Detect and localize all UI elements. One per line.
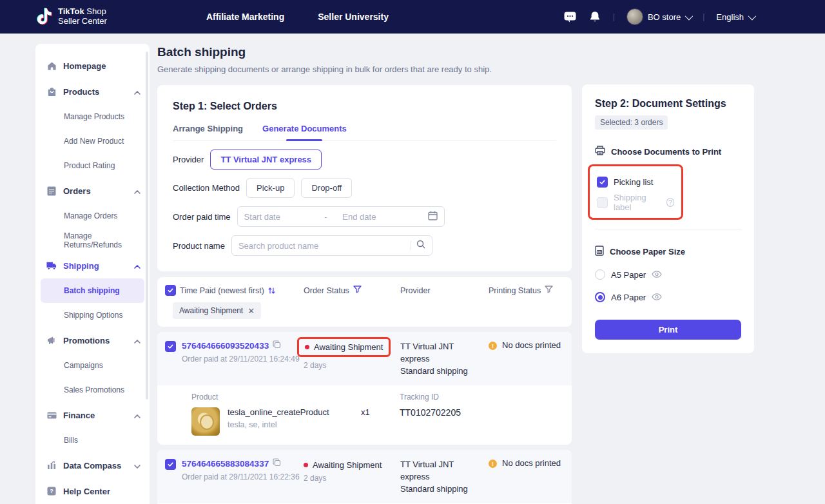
sidebar-item-shipping[interactable]: Shipping bbox=[35, 253, 150, 278]
printing-status-text: No docs printed bbox=[502, 340, 561, 350]
main-content: Batch shipping Generate shipping documen… bbox=[157, 45, 572, 504]
order-status-cell: Awaiting Shipment 2 days bbox=[304, 458, 400, 495]
preview-eye-icon[interactable] bbox=[652, 269, 662, 280]
chat-icon[interactable] bbox=[564, 10, 577, 23]
bell-icon[interactable] bbox=[588, 10, 601, 23]
step1-card: Step 1: Select Orders Arrange Shipping G… bbox=[157, 85, 572, 271]
a6-radio[interactable] bbox=[595, 292, 605, 302]
order-summary: 576464665883084337 Order paid at 29/11/2… bbox=[157, 450, 572, 503]
order-status-cell: Awaiting Shipment 2 days bbox=[304, 340, 400, 377]
filter-icon[interactable] bbox=[545, 286, 553, 295]
products-icon bbox=[46, 86, 57, 97]
step2-panel: Step 2: Document Settings Selected: 3 or… bbox=[582, 84, 754, 353]
step2-title: Step 2: Document Settings bbox=[595, 98, 741, 110]
search-icon[interactable] bbox=[416, 240, 425, 251]
copy-icon[interactable] bbox=[273, 458, 281, 469]
order-summary: 576464666093520433 Order paid at 29/11/2… bbox=[157, 332, 572, 385]
chevron-up-icon bbox=[134, 87, 141, 97]
product-image bbox=[191, 407, 220, 436]
copy-icon[interactable] bbox=[273, 340, 281, 351]
order-id-link[interactable]: 576464666093520433 bbox=[182, 340, 300, 351]
nav-seller-university[interactable]: Seller University bbox=[318, 12, 389, 22]
sidebar-item-bills[interactable]: Bills bbox=[35, 428, 150, 452]
end-date-placeholder: End date bbox=[342, 212, 376, 222]
sidebar-item-manage-orders[interactable]: Manage Orders bbox=[35, 204, 150, 228]
status-filter-chip[interactable]: Awaiting Shipment ✕ bbox=[173, 302, 261, 319]
sidebar-item-homepage[interactable]: Homepage bbox=[35, 53, 150, 79]
provider-row: Provider TT Virtual JNT express bbox=[173, 150, 556, 170]
sidebar-item-sales-promotions[interactable]: Sales Promotions bbox=[35, 378, 150, 402]
sidebar-item-manage-products[interactable]: Manage Products bbox=[35, 104, 150, 129]
tab-generate-documents[interactable]: Generate Documents bbox=[262, 124, 347, 141]
order-row: 576464666093520433 Order paid at 29/11/2… bbox=[157, 332, 572, 445]
chevron-down-icon bbox=[748, 12, 757, 20]
printing-status-text: No docs printed bbox=[502, 458, 561, 468]
nav-affiliate-marketing[interactable]: Affiliate Marketing bbox=[206, 12, 284, 22]
print-button[interactable]: Print bbox=[595, 320, 741, 340]
order-printing-cell: No docs printed bbox=[489, 458, 561, 495]
sidebar-scrollbar[interactable] bbox=[146, 52, 148, 400]
provider-option-button[interactable]: TT Virtual JNT express bbox=[210, 150, 322, 170]
picking-list-checkbox[interactable] bbox=[597, 177, 608, 188]
dropoff-button[interactable]: Drop-off bbox=[301, 178, 352, 198]
sidebar-item-manage-returns-refunds[interactable]: Manage Returns/Refunds bbox=[35, 228, 150, 253]
time-paid-column: Time Paid (newest first) bbox=[165, 285, 304, 296]
chevron-up-icon bbox=[134, 186, 141, 196]
help-icon: ? bbox=[46, 486, 57, 496]
picking-list-checkbox-row[interactable]: Picking list bbox=[597, 173, 674, 190]
a6-label: A6 Paper bbox=[611, 293, 646, 302]
step1-title: Step 1: Select Orders bbox=[173, 101, 556, 112]
tracking-id: TT0102702205 bbox=[400, 407, 556, 418]
order-row: 576464665883084337 Order paid at 29/11/2… bbox=[157, 450, 572, 504]
help-circle-icon[interactable]: ? bbox=[666, 198, 674, 207]
language-switcher[interactable]: English bbox=[716, 12, 754, 22]
tracking-column-label: Tracking ID bbox=[400, 393, 556, 402]
order-checkbox[interactable] bbox=[165, 341, 176, 352]
tab-arrange-shipping[interactable]: Arrange Shipping bbox=[173, 124, 243, 141]
svg-text:?: ? bbox=[50, 488, 53, 494]
printing-status-column: Printing Status bbox=[489, 286, 561, 295]
finance-icon bbox=[46, 410, 57, 420]
a5-paper-radio-row[interactable]: A5 Paper bbox=[595, 269, 741, 280]
sidebar-item-shipping-options[interactable]: Shipping Options bbox=[35, 303, 150, 327]
sidebar-item-product-rating[interactable]: Product Rating bbox=[35, 153, 150, 178]
sidebar-item-data-compass[interactable]: Data Compass bbox=[35, 452, 150, 478]
sidebar-item-campaigns[interactable]: Campaigns bbox=[35, 353, 150, 378]
sidebar-item-batch-shipping[interactable]: Batch shipping bbox=[41, 278, 144, 303]
order-paid-time-row: Order paid time Start date - End date bbox=[173, 206, 556, 227]
pickup-button[interactable]: Pick-up bbox=[246, 178, 295, 198]
order-provider-cell: TT Virtual JNT express Standard shipping bbox=[400, 340, 489, 377]
product-column-label: Product bbox=[191, 393, 361, 402]
product-name: tesla_online_createProduct bbox=[228, 407, 329, 417]
a5-radio[interactable] bbox=[595, 269, 605, 280]
select-all-checkbox[interactable] bbox=[165, 285, 176, 296]
status-text: Awaiting Shipment bbox=[314, 342, 383, 352]
sidebar: Homepage Products Manage Products Add Ne… bbox=[35, 44, 150, 504]
order-checkbox[interactable] bbox=[165, 459, 176, 470]
sidebar-item-help-center[interactable]: ? Help Center bbox=[35, 478, 150, 504]
tiktok-shop-logo[interactable]: TikTok Shop Seller Center bbox=[36, 7, 107, 26]
sidebar-item-finance[interactable]: Finance bbox=[35, 402, 150, 428]
filter-icon[interactable] bbox=[353, 286, 362, 295]
date-range-input[interactable]: Start date - End date bbox=[237, 206, 445, 227]
selected-orders-badge: Selected: 3 orders bbox=[595, 115, 668, 130]
a6-paper-radio-row[interactable]: A6 Paper bbox=[595, 291, 741, 303]
calendar-icon bbox=[428, 211, 438, 223]
product-quantity: x1 bbox=[361, 407, 400, 417]
data-compass-icon bbox=[46, 460, 57, 470]
sidebar-item-products[interactable]: Products bbox=[35, 79, 150, 104]
order-id-link[interactable]: 576464665883084337 bbox=[182, 458, 300, 469]
provider-label: Provider bbox=[173, 155, 204, 164]
divider bbox=[595, 229, 741, 229]
sidebar-item-orders[interactable]: Orders bbox=[35, 178, 150, 204]
close-icon[interactable]: ✕ bbox=[248, 307, 255, 315]
sort-icon[interactable] bbox=[268, 287, 275, 295]
order-status-column: Order Status bbox=[304, 286, 400, 295]
store-switcher[interactable]: BO store bbox=[626, 8, 691, 25]
orders-icon bbox=[46, 186, 57, 196]
top-navigation: Affiliate Marketing Seller University bbox=[206, 12, 389, 22]
product-search-input[interactable]: Search product name bbox=[231, 235, 432, 256]
sidebar-item-add-new-product[interactable]: Add New Product bbox=[35, 129, 150, 153]
sidebar-item-promotions[interactable]: Promotions bbox=[35, 327, 150, 353]
preview-eye-icon[interactable] bbox=[652, 291, 662, 303]
